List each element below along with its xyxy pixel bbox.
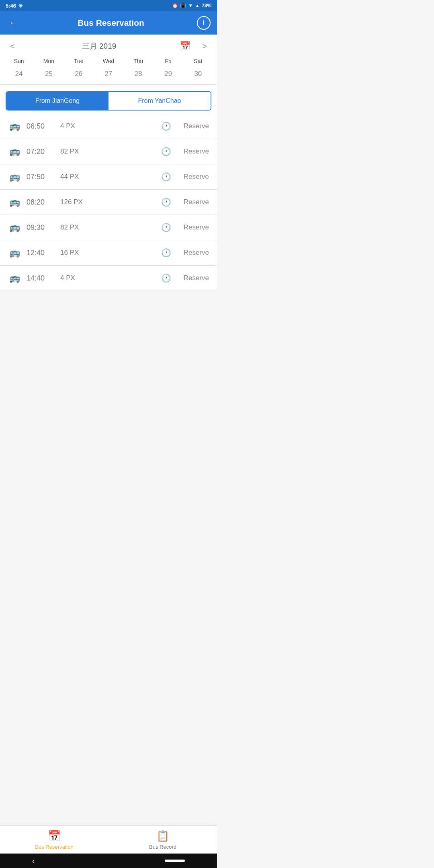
bus-time: 06:50 — [27, 122, 55, 131]
status-bar: 5:46 ✳ ⏰ 📳 ▼ ▲ 73% — [0, 0, 217, 11]
bus-icon: 🚌 — [8, 248, 21, 258]
bus-row: 🚌 06:50 4 PX 🕐 Reserve — [0, 114, 217, 139]
bus-time: 14:40 — [27, 274, 55, 283]
calendar-section: < 三月 2019 📅 > Sun Mon Tue Wed Thu Fri Sa… — [0, 35, 217, 85]
direction-toggle: From JianGong From YanChao — [6, 91, 211, 111]
bus-capacity: 126 PX — [60, 198, 156, 206]
day-25[interactable]: 25 — [34, 67, 63, 81]
reserve-button[interactable]: Reserve — [177, 173, 209, 181]
calendar-prev-button[interactable]: < — [6, 42, 18, 51]
clock-icon: 🕐 — [161, 248, 171, 258]
bus-row: 🚌 14:40 4 PX 🕐 Reserve — [0, 266, 217, 291]
bus-row: 🚌 09:30 82 PX 🕐 Reserve — [0, 215, 217, 240]
reserve-button[interactable]: Reserve — [177, 274, 209, 282]
bus-time: 12:40 — [27, 249, 55, 257]
signal-icon: ▲ — [195, 3, 200, 8]
wifi-icon: ▼ — [188, 3, 193, 8]
clock-icon: 🕐 — [161, 147, 171, 156]
bus-time: 07:20 — [27, 147, 55, 156]
bus-capacity: 4 PX — [60, 122, 156, 130]
bus-icon: 🚌 — [8, 222, 21, 233]
bus-time: 07:50 — [27, 173, 55, 181]
calendar-grid: Sun Mon Tue Wed Thu Fri Sat 24 25 26 27 … — [0, 55, 217, 81]
reserve-button[interactable]: Reserve — [177, 147, 209, 156]
day-header-fri: Fri — [153, 55, 183, 67]
reserve-button[interactable]: Reserve — [177, 122, 209, 130]
bus-icon: 🚌 — [8, 273, 21, 283]
day-29[interactable]: 29 — [153, 67, 183, 81]
bus-row: 🚌 08:20 126 PX 🕐 Reserve — [0, 190, 217, 215]
bus-icon: 🚌 — [8, 121, 21, 131]
day-28[interactable]: 28 — [123, 67, 153, 81]
bus-icon: 🚌 — [8, 146, 21, 157]
day-header-mon: Mon — [34, 55, 63, 67]
alarm-icon: ⏰ — [172, 3, 178, 8]
bus-capacity: 4 PX — [60, 274, 156, 282]
bus-list: 🚌 06:50 4 PX 🕐 Reserve 🚌 07:20 82 PX 🕐 R… — [0, 114, 217, 291]
bus-icon: 🚌 — [8, 197, 21, 207]
bus-capacity: 82 PX — [60, 147, 156, 156]
day-header-thu: Thu — [123, 55, 153, 67]
clock-icon: 🕐 — [161, 172, 171, 182]
back-button[interactable]: ← — [6, 18, 21, 28]
toggle-section: From JianGong From YanChao — [0, 85, 217, 114]
day-27[interactable]: 27 — [94, 67, 123, 81]
day-header-wed: Wed — [94, 55, 123, 67]
tab-from-jiangong[interactable]: From JianGong — [6, 92, 108, 110]
day-header-sun: Sun — [4, 55, 34, 67]
day-header-sat: Sat — [183, 55, 213, 67]
bus-row: 🚌 12:40 16 PX 🕐 Reserve — [0, 240, 217, 266]
calendar-next-button[interactable]: > — [199, 42, 211, 51]
day-24[interactable]: 24 — [4, 67, 34, 81]
clock-icon: 🕐 — [161, 223, 171, 232]
vibrate-icon: 📳 — [180, 3, 186, 8]
clock-icon: 🕐 — [161, 121, 171, 131]
bus-capacity: 16 PX — [60, 249, 156, 257]
clock-icon: 🕐 — [161, 273, 171, 283]
page-title: Bus Reservation — [25, 18, 197, 28]
day-header-tue: Tue — [64, 55, 94, 67]
day-30[interactable]: 30 — [183, 67, 213, 81]
bus-capacity: 44 PX — [60, 173, 156, 181]
status-left: 5:46 ✳ — [6, 3, 23, 9]
bus-time: 08:20 — [27, 198, 55, 207]
reserve-button[interactable]: Reserve — [177, 223, 209, 231]
tab-from-yanchao[interactable]: From YanChao — [108, 92, 211, 110]
battery-level: 73% — [202, 3, 211, 8]
day-26[interactable]: 26 — [64, 67, 94, 81]
bus-row: 🚌 07:50 44 PX 🕐 Reserve — [0, 164, 217, 190]
status-icon-pinwheel: ✳ — [18, 3, 23, 9]
bus-row: 🚌 07:20 82 PX 🕐 Reserve — [0, 139, 217, 164]
calendar-picker-icon[interactable]: 📅 — [180, 41, 190, 51]
info-button[interactable]: i — [197, 16, 211, 30]
clock-icon: 🕐 — [161, 197, 171, 207]
bus-icon: 🚌 — [8, 172, 21, 182]
calendar-nav: < 三月 2019 📅 > — [0, 39, 217, 55]
calendar-month-label: 三月 2019 — [27, 41, 172, 51]
bus-capacity: 82 PX — [60, 223, 156, 231]
status-right: ⏰ 📳 ▼ ▲ 73% — [172, 3, 211, 8]
top-bar: ← Bus Reservation i — [0, 11, 217, 35]
reserve-button[interactable]: Reserve — [177, 198, 209, 206]
status-time: 5:46 — [6, 3, 16, 9]
reserve-button[interactable]: Reserve — [177, 249, 209, 257]
bus-time: 09:30 — [27, 223, 55, 232]
